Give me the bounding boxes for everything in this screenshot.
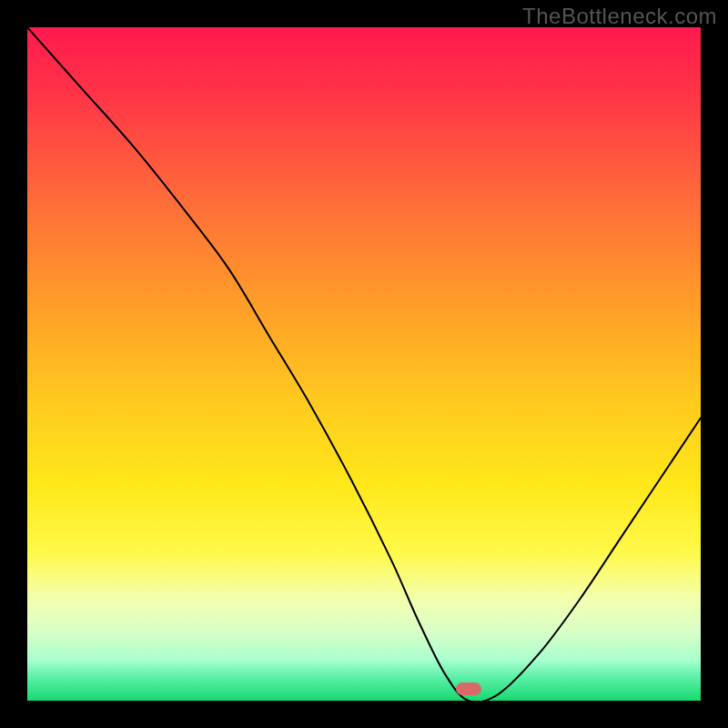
chart-frame: TheBottleneck.com — [0, 0, 728, 728]
optimal-point-marker — [456, 682, 481, 695]
bottleneck-curve — [27, 27, 701, 701]
plot-area — [27, 27, 701, 701]
watermark-text: TheBottleneck.com — [522, 4, 717, 29]
